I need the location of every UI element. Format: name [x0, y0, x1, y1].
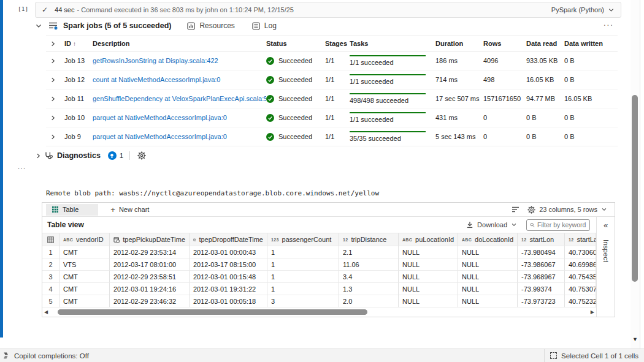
new-chart-button[interactable]: + New chart [110, 205, 149, 214]
expand-job-icon[interactable] [46, 134, 64, 140]
col-startlat[interactable]: 12startLat [565, 233, 596, 246]
cell-dropoff: 2012-03-01 00:15:48 [190, 271, 267, 283]
expand-all-icon[interactable] [46, 40, 64, 47]
cell-dropoff: 2012-03-01 19:31:22 [190, 283, 267, 295]
expand-job-icon[interactable] [46, 115, 64, 121]
tab-table[interactable]: Table [46, 204, 98, 216]
col-data-read[interactable]: Data read [526, 40, 564, 47]
cell-startlon: -73.986067 [518, 258, 565, 271]
col-rows[interactable]: Rows [483, 40, 526, 47]
job-data-written: 0 B [564, 133, 618, 140]
job-stages: 1/1 [325, 57, 350, 64]
scroll-right-icon[interactable]: ▶ [591, 310, 594, 315]
vertical-scrollbar[interactable]: ▼ [631, 0, 640, 349]
col-stages[interactable]: Stages [325, 40, 350, 47]
row-number: 4 [42, 283, 59, 295]
job-description-link[interactable]: getRowsInJsonString at Display.scala:422 [93, 57, 266, 64]
output-options-button[interactable]: ... [18, 163, 26, 170]
results-table-widget: Table + New chart [42, 202, 615, 317]
success-check-icon: ✓ [42, 6, 48, 14]
download-button[interactable]: Download [466, 221, 517, 228]
tasks-progress-bar [350, 112, 426, 113]
job-description-link[interactable]: count at NativeMethodAccessorImpl.java:0 [93, 76, 266, 83]
cell-dolocationid: NULL [458, 283, 518, 295]
job-rows: 0 [483, 114, 526, 121]
resources-tab[interactable]: Resources [187, 21, 234, 30]
col-tasks[interactable]: Tasks [350, 40, 435, 47]
customize-view-icon[interactable] [512, 206, 519, 213]
col-description[interactable]: Description [93, 40, 266, 47]
cell-dropoff: 2012-03-17 08:15:00 [190, 258, 267, 271]
h-scroll-thumb[interactable] [58, 309, 367, 315]
col-id[interactable]: ID↑ [64, 40, 93, 47]
kernel-language-picker[interactable]: PySpark (Python) [551, 6, 615, 13]
col-duration[interactable]: Duration [435, 40, 483, 47]
search-icon [530, 222, 535, 228]
inspect-tab[interactable]: Inspect [602, 239, 610, 262]
expand-job-icon[interactable] [46, 58, 64, 64]
sort-asc-icon: ↑ [73, 40, 76, 47]
gear-icon[interactable] [137, 151, 146, 160]
collapse-section-icon[interactable] [35, 22, 42, 29]
filter-input[interactable] [537, 221, 586, 228]
data-row[interactable]: 5 CMT 2012-02-29 23:46:32 2012-03-01 00:… [42, 295, 596, 307]
data-row[interactable]: 2 VTS 2012-03-17 08:01:00 2012-03-17 08:… [42, 258, 596, 271]
col-pickup-datetime[interactable]: tpepPickupDateTime [110, 233, 190, 246]
columns-rows-selector[interactable]: 23 columns, 5 rows [527, 206, 607, 214]
row-number: 2 [42, 258, 59, 271]
col-startlon[interactable]: 12startLon [518, 233, 565, 246]
job-data-written: 0 B [564, 76, 618, 83]
cell-tripdistance: 11.06 [339, 258, 399, 271]
cell-vendorid: VTS [59, 258, 110, 271]
v-scroll-thumb[interactable] [632, 95, 638, 282]
col-status[interactable]: Status [266, 40, 325, 47]
h-scroll-track[interactable] [50, 309, 588, 315]
expand-panel-icon[interactable]: « [604, 221, 608, 230]
row-number: 1 [42, 246, 59, 258]
scroll-left-icon[interactable]: ◀ [44, 310, 48, 315]
col-passengercount[interactable]: 123passengerCount [267, 233, 339, 246]
expand-job-icon[interactable] [46, 96, 64, 102]
data-row[interactable]: 4 CMT 2012-03-01 19:24:16 2012-03-01 19:… [42, 283, 596, 295]
col-pulocationid[interactable]: ABCpuLocationId [399, 233, 458, 246]
expand-job-icon[interactable] [46, 77, 64, 83]
output-more-button[interactable]: ... [604, 18, 614, 28]
job-stages: 1/1 [325, 76, 350, 83]
diagnostics-section[interactable]: Diagnostics 1 [35, 149, 146, 162]
job-data-written: 0 B [564, 114, 618, 121]
selected-cell-icon [550, 352, 557, 359]
data-row[interactable]: 1 CMT 2012-02-29 23:53:14 2012-03-01 00:… [42, 246, 596, 258]
spark-job-row: Job 9 parquet at NativeMethodAccessorImp… [46, 127, 618, 146]
copilot-icon[interactable] [2, 352, 10, 360]
job-status: Succeeded [266, 133, 325, 141]
job-description-link[interactable]: parquet at NativeMethodAccessorImpl.java… [93, 133, 266, 140]
horizontal-scrollbar[interactable]: ◀ ▶ [42, 307, 596, 317]
scroll-down-icon[interactable]: ▼ [631, 336, 640, 342]
job-description-link[interactable]: parquet at NativeMethodAccessorImpl.java… [93, 114, 266, 121]
log-tab[interactable]: Log [252, 21, 277, 30]
cell-passengercount: 1 [267, 271, 339, 283]
job-description-link[interactable]: genShuffleDependency at VeloxSparkPlanEx… [93, 95, 266, 102]
filter-searchbox[interactable] [526, 219, 590, 231]
col-data-written[interactable]: Data written [564, 40, 618, 47]
kernel-label: PySpark (Python) [551, 6, 604, 13]
execution-count: [1] [18, 6, 28, 12]
cell-tripdistance: 2.0 [339, 295, 399, 307]
inspect-panel-collapsed: « Inspect [596, 217, 615, 317]
col-vendorid[interactable]: ABCvendorID [59, 233, 110, 246]
copilot-status[interactable]: Copilot completions: Off [14, 352, 89, 360]
cell-pickup: 2012-02-29 23:46:32 [110, 295, 190, 307]
job-data-written: 16.05 KB [564, 95, 618, 102]
spark-jobs-header: Spark jobs (5 of 5 succeeded) Resources … [35, 20, 294, 32]
spark-job-row: Job 11 genShuffleDependency at VeloxSpar… [46, 89, 618, 108]
data-row[interactable]: 3 CMT 2012-02-29 23:58:51 2012-03-01 00:… [42, 271, 596, 283]
col-dolocationid[interactable]: ABCdoLocationId [458, 233, 518, 246]
succeeded-check-icon [266, 57, 274, 65]
job-tasks: 35/35 succeeded [350, 131, 435, 142]
table-view-title: Table view [47, 221, 84, 229]
expand-diagnostics-icon[interactable] [35, 153, 42, 159]
col-tripdistance[interactable]: 12tripDistance [339, 233, 399, 246]
cell-dolocationid: NULL [458, 271, 518, 283]
status-bar: Copilot completions: Off Selected Cell 1… [0, 349, 644, 362]
col-dropoff-datetime[interactable]: tpepDropoffDateTime [190, 233, 267, 246]
